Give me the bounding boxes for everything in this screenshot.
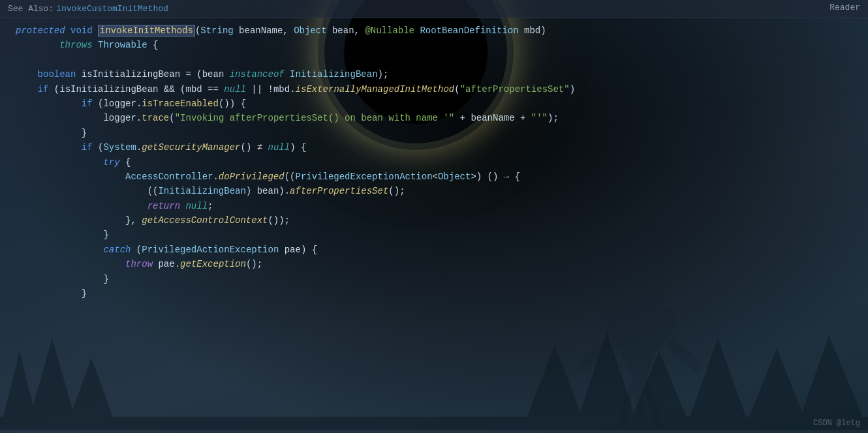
code-container: See Also: invokeCustomInitMethod Reader … xyxy=(0,0,868,433)
code-line-16: catch (PrivilegedActionException pae) { xyxy=(10,243,868,257)
code-line-9: if (System.getSecurityManager() ≠ null) … xyxy=(10,140,868,155)
code-line-13: return null; xyxy=(10,199,868,213)
code-line-1: protected void invokeInitMethods(String … xyxy=(10,23,868,38)
code-line-11: AccessController.doPrivileged((Privilege… xyxy=(10,170,868,184)
code-line-8: } xyxy=(10,126,868,140)
code-line-2: throws Throwable { xyxy=(10,38,868,52)
see-also-bar: See Also: invokeCustomInitMethod Reader xyxy=(0,0,868,18)
code-line-6: if (logger.isTraceEnabled()) { xyxy=(10,97,868,111)
code-line-18: } xyxy=(10,272,868,286)
code-area: protected void invokeInitMethods(String … xyxy=(0,18,868,306)
code-line-17: throw pae.getException(); xyxy=(10,257,868,271)
code-line-15: } xyxy=(10,228,868,242)
code-line-3 xyxy=(10,53,868,67)
see-also-label: See Also: xyxy=(8,4,54,14)
code-line-10: try { xyxy=(10,155,868,170)
code-line-12: ((InitializingBean) bean).afterPropertie… xyxy=(10,184,868,198)
see-also-link[interactable]: invokeCustomInitMethod xyxy=(56,4,168,14)
csdn-watermark: CSDN @letg xyxy=(813,419,860,428)
reader-label: Reader xyxy=(829,3,860,12)
code-line-7: logger.trace("Invoking afterPropertiesSe… xyxy=(10,111,868,125)
code-line-5: if (isInitializingBean && (mbd == null |… xyxy=(10,82,868,97)
code-line-4: boolean isInitializingBean = (bean insta… xyxy=(10,67,868,82)
code-line-19: } xyxy=(10,286,868,301)
code-line-14: }, getAccessControlContext()); xyxy=(10,213,868,228)
